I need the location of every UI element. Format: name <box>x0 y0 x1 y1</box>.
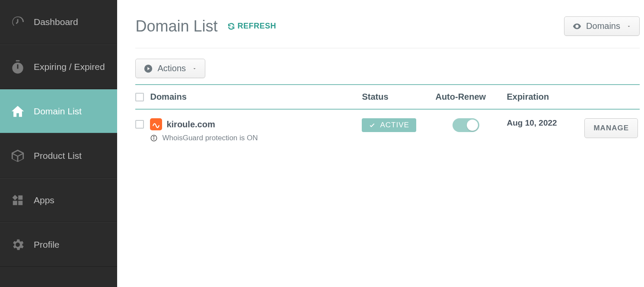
info-icon <box>150 134 158 142</box>
sidebar-item-domain-list[interactable]: Domain List <box>0 89 117 133</box>
actions-bar: Actions <box>135 48 640 84</box>
check-icon <box>369 122 376 129</box>
auto-renew-toggle[interactable] <box>453 118 479 132</box>
refresh-label: REFRESH <box>238 22 277 31</box>
refresh-button[interactable]: REFRESH <box>227 22 277 31</box>
table-row: kiroule.com WhoisGuard protection is ON … <box>135 110 640 145</box>
manage-button[interactable]: MANAGE <box>584 118 638 138</box>
box-icon <box>10 148 26 164</box>
column-header-status[interactable]: Status <box>362 92 435 102</box>
select-all-checkbox[interactable] <box>135 93 144 101</box>
play-circle-icon <box>143 64 153 73</box>
status-label: ACTIVE <box>380 121 409 129</box>
home-icon <box>10 103 26 120</box>
sidebar-item-product-list[interactable]: Product List <box>0 133 117 178</box>
sidebar-item-label: Profile <box>34 240 60 250</box>
sidebar-item-label: Domain List <box>34 106 82 117</box>
caret-down-icon <box>192 66 197 71</box>
domains-dropdown-button[interactable]: Domains <box>564 16 640 36</box>
eye-icon <box>572 22 582 31</box>
domain-favicon <box>150 118 162 130</box>
domain-name[interactable]: kiroule.com <box>166 120 215 129</box>
sidebar-item-label: Expiring / Expired <box>34 62 105 72</box>
main-content: Domain List REFRESH Domains Actions <box>117 0 644 287</box>
stopwatch-icon <box>10 59 26 75</box>
table-header: Domains Status Auto-Renew Expiration <box>135 84 640 110</box>
apps-icon <box>10 192 26 208</box>
page-header: Domain List REFRESH Domains <box>135 16 640 48</box>
actions-dropdown-button[interactable]: Actions <box>135 59 205 78</box>
sidebar-item-apps[interactable]: Apps <box>0 178 117 222</box>
sidebar-item-label: Dashboard <box>34 17 78 27</box>
sidebar: Dashboard Expiring / Expired Domain List… <box>0 0 117 287</box>
column-header-auto-renew[interactable]: Auto-Renew <box>435 92 507 102</box>
domains-dropdown-label: Domains <box>586 21 620 31</box>
sidebar-item-label: Product List <box>34 151 82 161</box>
gauge-icon <box>10 14 26 30</box>
sidebar-item-label: Apps <box>34 195 54 205</box>
sidebar-item-expiring[interactable]: Expiring / Expired <box>0 44 117 89</box>
row-checkbox[interactable] <box>135 120 144 129</box>
column-header-expiration[interactable]: Expiration <box>507 92 584 102</box>
sidebar-item-dashboard[interactable]: Dashboard <box>0 0 117 44</box>
sidebar-item-profile[interactable]: Profile <box>0 222 117 267</box>
gear-icon <box>10 237 26 253</box>
page-title: Domain List <box>135 17 217 35</box>
whois-text: WhoisGuard protection is ON <box>162 134 258 142</box>
column-header-domains[interactable]: Domains <box>150 92 362 102</box>
actions-label: Actions <box>157 63 186 73</box>
svg-point-3 <box>154 136 155 137</box>
status-badge: ACTIVE <box>362 118 416 132</box>
refresh-icon <box>227 22 235 30</box>
caret-down-icon <box>626 24 631 29</box>
expiration-date: Aug 10, 2022 <box>507 118 557 127</box>
